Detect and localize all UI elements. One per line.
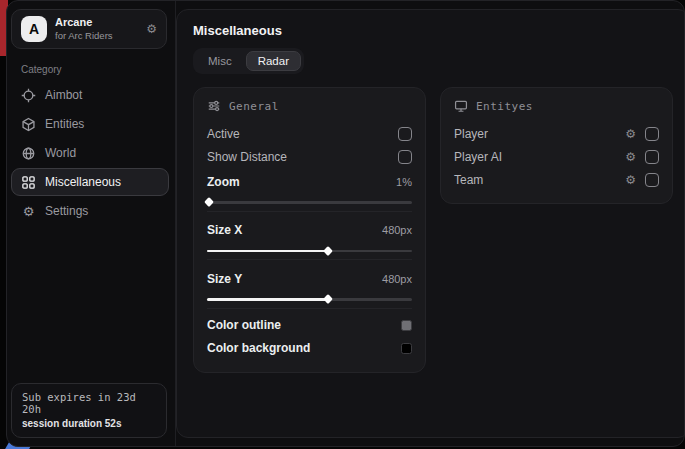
entity-row-team: Team ⚙ [454, 168, 659, 191]
tab-bar: Misc Radar [193, 48, 304, 74]
size-y-slider[interactable] [207, 298, 412, 301]
main-panel: Miscellaneous Misc Radar General [176, 9, 685, 438]
gear-icon[interactable]: ⚙ [625, 151, 636, 163]
entity-controls: ⚙ [625, 127, 659, 141]
slider-fill [207, 250, 328, 253]
zoom-slider[interactable] [207, 201, 412, 204]
general-card: General Active Show Distance Zoom 1% [193, 87, 426, 373]
gear-icon[interactable]: ⚙ [625, 174, 636, 186]
sidebar-nav: Aimbot Entities World [7, 81, 175, 226]
color-label: Color outline [207, 318, 401, 332]
sidebar-item-aimbot[interactable]: Aimbot [11, 81, 169, 109]
sidebar: A Arcane for Arc Riders ⚙ Category Aimbo… [7, 1, 176, 446]
entities-card-header: Entityes [454, 99, 659, 113]
brand-subtitle: for Arc Riders [55, 30, 113, 42]
size-y-slider-group: Size Y 480px [207, 259, 412, 301]
color-outline-row: Color outline [207, 314, 412, 337]
gear-icon: ⚙ [21, 205, 36, 218]
session-duration-text: session duration 52s [22, 418, 156, 429]
show-distance-checkbox[interactable] [398, 150, 412, 164]
entity-label: Player [454, 127, 625, 141]
slider-value: 1% [396, 176, 412, 188]
sidebar-item-label: Entities [45, 117, 84, 131]
entity-label: Team [454, 173, 625, 187]
entity-controls: ⚙ [625, 173, 659, 187]
sidebar-item-world[interactable]: World [11, 139, 169, 167]
brand-text: Arcane for Arc Riders [55, 16, 113, 42]
panel-cards: General Active Show Distance Zoom 1% [193, 87, 673, 373]
grid-icon [21, 175, 36, 190]
brand-logo: A [21, 16, 47, 42]
toggle-label: Active [207, 127, 398, 141]
slider-label-row: Zoom 1% [207, 170, 412, 193]
entity-controls: ⚙ [625, 150, 659, 164]
sidebar-item-label: Miscellaneous [45, 175, 121, 189]
color-background-swatch[interactable] [401, 343, 412, 354]
category-label: Category [21, 64, 175, 75]
tab-misc[interactable]: Misc [196, 51, 244, 71]
monitor-icon [454, 99, 468, 113]
slider-label-row: Size X 480px [207, 219, 412, 242]
app-window: A Arcane for Arc Riders ⚙ Category Aimbo… [6, 0, 685, 447]
slider-label-row: Size Y 480px [207, 267, 412, 290]
active-checkbox[interactable] [398, 127, 412, 141]
slider-value: 480px [382, 224, 412, 236]
slider-label: Size Y [207, 272, 382, 286]
cube-icon [21, 117, 36, 132]
color-label: Color background [207, 341, 401, 355]
size-x-slider-group: Size X 480px [207, 211, 412, 253]
sidebar-item-label: World [45, 146, 76, 160]
gear-icon[interactable]: ⚙ [625, 128, 636, 140]
toggle-row-active: Active [207, 122, 412, 145]
globe-icon [21, 146, 36, 161]
color-rows: Color outline Color background [207, 308, 412, 360]
player-checkbox[interactable] [645, 127, 659, 141]
sub-expires-text: Sub expires in 23d 20h [22, 391, 156, 415]
entities-card: Entityes Player ⚙ Player AI ⚙ [440, 87, 673, 204]
slider-value: 480px [382, 273, 412, 285]
slider-fill [207, 298, 328, 301]
brand-title: Arcane [55, 16, 113, 30]
tab-radar[interactable]: Radar [246, 51, 301, 71]
size-x-slider[interactable] [207, 250, 412, 253]
page-title: Miscellaneous [193, 23, 673, 38]
crosshair-icon [21, 88, 36, 103]
subscription-card: Sub expires in 23d 20h session duration … [11, 383, 167, 438]
color-background-row: Color background [207, 337, 412, 360]
entity-row-player-ai: Player AI ⚙ [454, 145, 659, 168]
slider-label: Size X [207, 223, 382, 237]
entity-label: Player AI [454, 150, 625, 164]
entities-card-title: Entityes [476, 100, 533, 113]
slider-thumb[interactable] [323, 246, 333, 256]
slider-thumb[interactable] [204, 197, 214, 207]
screen: A Arcane for Arc Riders ⚙ Category Aimbo… [0, 0, 685, 449]
sidebar-item-entities[interactable]: Entities [11, 110, 169, 138]
general-card-title: General [229, 100, 279, 113]
gear-icon[interactable]: ⚙ [146, 23, 157, 35]
slider-thumb[interactable] [323, 294, 333, 304]
sidebar-item-settings[interactable]: ⚙ Settings [11, 197, 169, 225]
player-ai-checkbox[interactable] [645, 150, 659, 164]
sidebar-item-label: Settings [45, 204, 88, 218]
toggle-label: Show Distance [207, 150, 398, 164]
brand-card: A Arcane for Arc Riders ⚙ [11, 9, 167, 49]
slider-label: Zoom [207, 175, 396, 189]
general-card-header: General [207, 99, 412, 113]
zoom-slider-group: Zoom 1% [207, 168, 412, 204]
sliders-icon [207, 99, 221, 113]
entity-row-player: Player ⚙ [454, 122, 659, 145]
sidebar-item-label: Aimbot [45, 88, 82, 102]
color-outline-swatch[interactable] [401, 320, 412, 331]
team-checkbox[interactable] [645, 173, 659, 187]
sidebar-item-miscellaneous[interactable]: Miscellaneous [11, 168, 169, 196]
toggle-row-show-distance: Show Distance [207, 145, 412, 168]
